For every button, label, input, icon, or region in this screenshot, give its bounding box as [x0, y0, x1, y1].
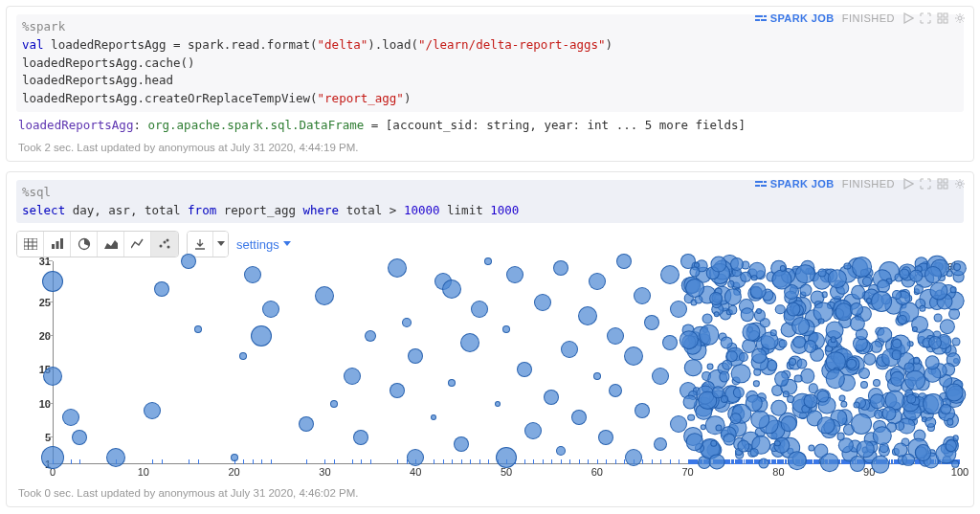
svg-rect-15 — [938, 179, 942, 183]
svg-marker-33 — [217, 241, 225, 246]
spark-job-link[interactable]: SPARK JOB — [755, 178, 835, 190]
run-icon[interactable] — [902, 178, 914, 190]
gear-icon[interactable] — [954, 12, 966, 24]
svg-rect-27 — [60, 238, 63, 249]
cell-meta: Took 2 sec. Last updated by anonymous at… — [16, 136, 964, 155]
svg-rect-2 — [764, 15, 767, 17]
svg-point-9 — [958, 16, 962, 20]
svg-rect-20 — [24, 238, 37, 250]
cell-toolbar: SPARK JOB FINISHED — [755, 12, 966, 24]
y-axis: 151015202531 — [24, 261, 51, 464]
collapse-icon[interactable] — [937, 12, 948, 24]
notebook-cell-sql: SPARK JOB FINISHED %sql select day, asr,… — [6, 171, 974, 508]
svg-rect-26 — [56, 241, 58, 249]
cell-meta: Took 0 sec. Last updated by anonymous at… — [16, 481, 964, 501]
cell-toolbar: SPARK JOB FINISHED — [755, 178, 966, 190]
svg-rect-12 — [764, 181, 767, 183]
scatter-chart-button[interactable] — [151, 232, 178, 257]
spark-job-link[interactable]: SPARK JOB — [755, 12, 835, 24]
line-chart-button[interactable] — [124, 232, 151, 257]
scatter-chart[interactable]: total 151015202531 010203040506070809010… — [53, 261, 960, 481]
collapse-icon[interactable] — [937, 178, 948, 190]
download-caret[interactable] — [212, 232, 228, 257]
cell-status: FINISHED — [842, 12, 895, 24]
cell-output: loadedReportsAgg: org.apache.spark.sql.D… — [16, 112, 964, 136]
svg-rect-6 — [944, 13, 947, 17]
svg-rect-10 — [755, 181, 763, 183]
svg-point-32 — [167, 239, 169, 242]
expand-icon[interactable] — [920, 12, 931, 24]
svg-marker-4 — [904, 13, 913, 23]
viz-toolbar: settings — [16, 231, 964, 257]
svg-rect-0 — [755, 15, 763, 17]
area-chart-button[interactable] — [98, 232, 124, 257]
svg-point-29 — [160, 245, 163, 248]
svg-rect-7 — [938, 19, 942, 23]
svg-rect-16 — [944, 179, 947, 183]
pie-chart-button[interactable] — [71, 232, 98, 257]
settings-link[interactable]: settings — [236, 237, 291, 252]
svg-rect-25 — [52, 244, 55, 249]
svg-rect-3 — [761, 19, 767, 21]
cell-status: FINISHED — [842, 178, 895, 190]
plot-area — [53, 261, 960, 464]
svg-rect-11 — [755, 185, 760, 187]
chart-type-group — [16, 231, 179, 257]
bar-chart-button[interactable] — [44, 232, 71, 257]
download-group — [187, 231, 229, 257]
svg-marker-14 — [904, 179, 913, 189]
svg-point-19 — [958, 182, 962, 186]
gear-icon[interactable] — [954, 178, 966, 190]
svg-point-31 — [167, 246, 170, 249]
svg-rect-8 — [944, 19, 947, 23]
expand-icon[interactable] — [920, 178, 931, 190]
svg-rect-5 — [938, 13, 942, 17]
svg-marker-34 — [283, 241, 291, 246]
svg-rect-18 — [944, 185, 947, 189]
run-icon[interactable] — [902, 12, 914, 24]
svg-rect-17 — [938, 185, 942, 189]
code-editor[interactable]: %spark val loadedReportsAgg = spark.read… — [16, 14, 964, 112]
notebook-cell-spark: SPARK JOB FINISHED %spark val loadedRepo… — [6, 6, 974, 162]
svg-rect-1 — [755, 19, 760, 21]
table-view-button[interactable] — [17, 232, 44, 257]
chevron-down-icon — [283, 241, 291, 247]
svg-rect-13 — [761, 185, 767, 187]
svg-point-30 — [164, 241, 167, 244]
download-button[interactable] — [188, 232, 212, 257]
